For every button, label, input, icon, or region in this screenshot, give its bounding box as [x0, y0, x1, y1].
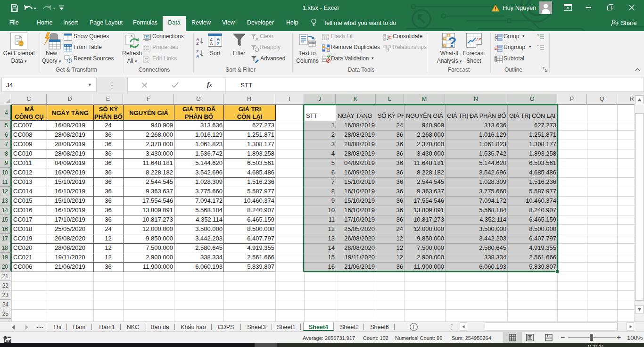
svg-text:?: ? — [448, 34, 456, 49]
svg-text:Z: Z — [217, 41, 220, 46]
svg-text:Z: Z — [196, 41, 199, 45]
svg-text:A: A — [210, 41, 213, 46]
